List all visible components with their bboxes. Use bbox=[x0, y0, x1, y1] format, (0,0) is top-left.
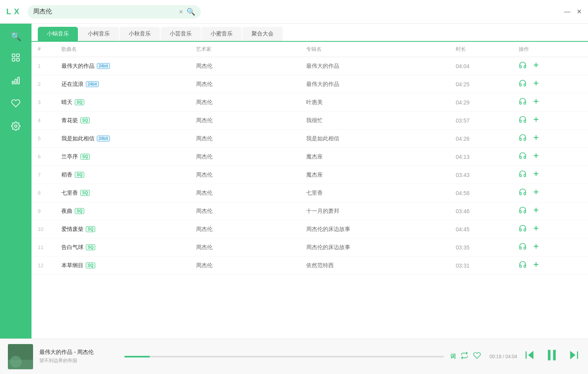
player-thumbnail bbox=[8, 344, 33, 369]
table-row: 10 爱情废柴 SQ 周杰伦 周杰伦的床边故事 04:45 bbox=[31, 220, 588, 238]
play-pause-button[interactable] bbox=[544, 347, 560, 366]
progress-bar[interactable] bbox=[124, 356, 444, 357]
add-song-icon[interactable] bbox=[532, 61, 540, 71]
add-song-icon[interactable] bbox=[532, 242, 540, 252]
song-name: 告白气球 SQ bbox=[61, 244, 196, 251]
add-song-icon[interactable] bbox=[532, 97, 540, 107]
tabs-bar: 小蜗音乐 小柯音乐 小秋音乐 小芸音乐 小蜜音乐 聚合大会 bbox=[31, 24, 588, 42]
add-song-icon[interactable] bbox=[532, 152, 540, 162]
song-name: 本草纲目 SQ bbox=[61, 262, 196, 269]
favorite-icon[interactable] bbox=[473, 352, 481, 361]
col-num: # bbox=[38, 46, 61, 53]
lyrics-icon[interactable]: 词 bbox=[450, 353, 456, 360]
play-song-icon[interactable] bbox=[519, 242, 527, 252]
song-album: 最伟大的作品 bbox=[306, 63, 456, 70]
next-button[interactable] bbox=[568, 349, 580, 364]
play-song-icon[interactable] bbox=[519, 224, 527, 234]
play-song-icon[interactable] bbox=[519, 170, 527, 180]
table-row: 5 我是如此相信 24bit 周杰伦 我是如此相信 04:26 bbox=[31, 130, 588, 148]
song-duration: 04:45 bbox=[456, 226, 519, 233]
top-bar: L X ✕ 🔍 — ✕ bbox=[0, 0, 588, 24]
play-song-icon[interactable] bbox=[519, 97, 527, 107]
song-album: 我很忙 bbox=[306, 117, 456, 124]
song-number: 6 bbox=[38, 154, 61, 160]
prev-button[interactable] bbox=[523, 349, 536, 364]
chart-sidebar-icon[interactable] bbox=[11, 76, 20, 87]
song-actions bbox=[519, 260, 582, 270]
search-sidebar-icon[interactable]: 🔍 bbox=[11, 32, 21, 42]
repeat-icon[interactable] bbox=[460, 352, 468, 361]
add-song-icon[interactable] bbox=[532, 224, 540, 234]
close-button[interactable]: ✕ bbox=[577, 8, 582, 15]
play-song-icon[interactable] bbox=[519, 260, 527, 270]
add-song-icon[interactable] bbox=[532, 134, 540, 143]
song-actions bbox=[519, 206, 582, 216]
song-number: 7 bbox=[38, 172, 61, 178]
song-actions bbox=[519, 134, 582, 143]
tab-xiaogou[interactable]: 小柯音乐 bbox=[79, 27, 119, 41]
player-title: 最伟大的作品 - 周杰伦 bbox=[39, 349, 118, 356]
song-album: 七里香 bbox=[306, 190, 456, 197]
song-duration: 04:04 bbox=[456, 63, 519, 69]
search-input[interactable] bbox=[33, 8, 176, 15]
song-name: 还在流浪 24bit bbox=[61, 81, 196, 88]
search-clear-icon[interactable]: ✕ bbox=[179, 9, 183, 15]
play-song-icon[interactable] bbox=[519, 188, 527, 198]
song-actions bbox=[519, 170, 582, 180]
search-submit-icon[interactable]: 🔍 bbox=[187, 7, 195, 16]
heart-sidebar-icon[interactable] bbox=[11, 99, 20, 110]
song-badge: 24bit bbox=[86, 81, 99, 87]
song-duration: 03:57 bbox=[456, 117, 519, 124]
svg-rect-3 bbox=[17, 58, 19, 61]
col-actions: 操作 bbox=[519, 46, 582, 53]
table-row: 8 七里香 SQ 周杰伦 七里香 04:58 bbox=[31, 184, 588, 202]
song-album: 魔杰座 bbox=[306, 171, 456, 179]
play-song-icon[interactable] bbox=[519, 79, 527, 89]
tab-xiaoqiu[interactable]: 小秋音乐 bbox=[120, 27, 160, 41]
song-duration: 03:46 bbox=[456, 208, 519, 214]
play-song-icon[interactable] bbox=[519, 206, 527, 216]
play-song-icon[interactable] bbox=[519, 115, 527, 125]
player-time: 00:19 / 04:04 bbox=[486, 354, 517, 359]
song-number: 4 bbox=[38, 117, 61, 123]
add-song-icon[interactable] bbox=[532, 170, 540, 180]
add-song-icon[interactable] bbox=[532, 188, 540, 198]
play-song-icon[interactable] bbox=[519, 134, 527, 143]
svg-rect-2 bbox=[12, 58, 15, 61]
add-song-icon[interactable] bbox=[532, 260, 540, 270]
song-duration: 04:26 bbox=[456, 136, 519, 142]
song-name: 兰亭序 SQ bbox=[61, 153, 196, 160]
song-artist: 周杰伦 bbox=[196, 63, 306, 70]
song-badge: 24bit bbox=[97, 63, 110, 69]
minimize-button[interactable]: — bbox=[564, 8, 570, 15]
player-extra-icons: 词 00:19 / 04:04 bbox=[450, 352, 517, 361]
tab-xiaomi[interactable]: 小蜜音乐 bbox=[202, 27, 242, 41]
song-badge: SQ bbox=[75, 208, 84, 214]
tab-xiaoyun[interactable]: 小芸音乐 bbox=[161, 27, 201, 41]
song-album: 最伟大的作品 bbox=[306, 81, 456, 88]
song-artist: 周杰伦 bbox=[196, 190, 306, 197]
song-badge: SQ bbox=[86, 226, 95, 232]
play-song-icon[interactable] bbox=[519, 152, 527, 162]
song-duration: 04:13 bbox=[456, 154, 519, 160]
col-name: 歌曲名 bbox=[61, 46, 196, 53]
song-badge: SQ bbox=[86, 244, 95, 250]
song-artist: 周杰伦 bbox=[196, 226, 306, 233]
tab-juhui[interactable]: 聚合大会 bbox=[242, 27, 283, 41]
player-info: 最伟大的作品 - 周杰伦 望不到边界的帝国 bbox=[39, 349, 118, 364]
song-duration: 04:29 bbox=[456, 99, 519, 106]
song-album: 叶惠美 bbox=[306, 99, 456, 106]
add-song-icon[interactable] bbox=[532, 115, 540, 125]
add-song-icon[interactable] bbox=[532, 206, 540, 216]
settings-sidebar-icon[interactable] bbox=[11, 121, 20, 133]
song-number: 3 bbox=[38, 99, 61, 105]
add-song-icon[interactable] bbox=[532, 79, 540, 89]
song-name: 晴天 SQ bbox=[61, 99, 196, 106]
song-artist: 周杰伦 bbox=[196, 153, 306, 160]
tab-xiaona[interactable]: 小蜗音乐 bbox=[38, 27, 78, 41]
song-number: 12 bbox=[38, 262, 61, 268]
song-number: 5 bbox=[38, 136, 61, 141]
content-area: 小蜗音乐 小柯音乐 小秋音乐 小芸音乐 小蜜音乐 聚合大会 # 歌曲名 艺术家 … bbox=[31, 24, 588, 339]
play-song-icon[interactable] bbox=[519, 61, 527, 71]
library-sidebar-icon[interactable] bbox=[11, 53, 20, 65]
